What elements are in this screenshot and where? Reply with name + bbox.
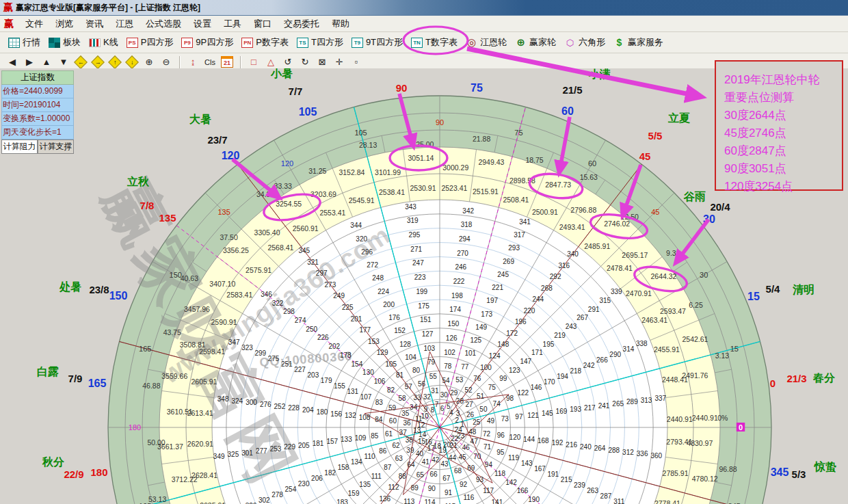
toolbar-button-K线[interactable]: K线 — [85, 35, 122, 50]
index-name: 上证指数 — [1, 70, 74, 85]
outer-price-label: 3457.96 — [184, 305, 210, 313]
menu-item-资讯[interactable]: 资讯 — [79, 16, 109, 31]
svg-text:197: 197 — [486, 297, 498, 304]
menu-item-设置[interactable]: 设置 — [187, 16, 217, 31]
rotate-cw-button[interactable]: ↻ — [297, 55, 313, 69]
svg-text:59: 59 — [388, 404, 397, 412]
toolbar-button-六角形[interactable]: ⬡六角形 — [560, 35, 609, 50]
inner-price-label: 2440.91 — [667, 415, 693, 423]
svg-text:166: 166 — [517, 487, 529, 494]
svg-text:311: 311 — [613, 498, 624, 504]
solar-term-label: 处暑 — [59, 280, 81, 293]
menu-item-窗口[interactable]: 窗口 — [248, 16, 278, 31]
zoom-out-button[interactable]: ⊖ — [158, 55, 174, 69]
select-region-button[interactable]: ⊠ — [314, 55, 330, 69]
percent-label: 96.88 — [719, 465, 737, 473]
svg-text:295: 295 — [409, 231, 421, 239]
toolbar-button-P数字表[interactable]: PNP数字表 — [237, 35, 293, 50]
shift-left-button[interactable]: ← — [72, 55, 89, 69]
toolbar-button-9T四方形[interactable]: T99T四方形 — [347, 35, 407, 50]
toolbar-button-赢家轮[interactable]: ⊕赢家轮 — [511, 35, 560, 50]
toolbar-button-江恩轮[interactable]: ◎江恩轮 — [462, 35, 511, 50]
main-toolbar: 行情板块K线PSP四方形P99P四方形PNP数字表TST四方形T99T四方形TN… — [0, 32, 848, 53]
svg-text:101: 101 — [464, 349, 476, 357]
svg-text:2: 2 — [455, 416, 460, 424]
svg-text:181: 181 — [313, 440, 324, 447]
toolbar-button-T四方形[interactable]: TST四方形 — [293, 35, 347, 50]
svg-text:96: 96 — [497, 432, 505, 439]
scale-axis-button[interactable]: ↨ — [185, 55, 201, 69]
svg-text:195: 195 — [543, 341, 555, 348]
degree-outer-label: 0 — [770, 377, 776, 389]
svg-text:125: 125 — [470, 336, 481, 344]
expand-tool-button[interactable]: ✛ — [331, 55, 347, 69]
nav-forward-button[interactable]: ▶ — [21, 55, 38, 69]
cls-button[interactable]: Cls — [202, 55, 218, 69]
zoom-in-button[interactable]: ⊕ — [141, 55, 157, 69]
nav-down-button[interactable]: ▼ — [55, 55, 72, 69]
menu-item-帮助[interactable]: 帮助 — [326, 16, 356, 31]
button-计算支撑[interactable]: 计算支撑 — [38, 140, 74, 154]
shift-down-button[interactable]: ↓ — [124, 55, 140, 69]
svg-text:102: 102 — [444, 349, 455, 356]
menu-item-浏览[interactable]: 浏览 — [49, 16, 79, 31]
svg-text:196: 196 — [515, 318, 527, 326]
toolbar-button-9P四方形[interactable]: P99P四方形 — [177, 35, 237, 50]
inner-price-label: 2463.41 — [641, 316, 667, 324]
toolbar-button-T数字表[interactable]: TNT数字表 — [407, 35, 462, 50]
percent-label: 12.50 — [621, 213, 639, 221]
solar-term-label: 大暑 — [189, 114, 211, 125]
svg-text:253: 253 — [270, 445, 282, 453]
toolbar-button-行情[interactable]: 行情 — [4, 35, 44, 50]
app-logo-icon: 赢 — [3, 1, 13, 14]
outer-price-label: 4780.12 — [692, 475, 718, 483]
menu-item-公式选股[interactable]: 公式选股 — [140, 16, 187, 31]
shift-right-button[interactable]: → — [90, 55, 106, 69]
index-info-rows: 价格=2440.9099时间=20190104变换系数=1.00000周天变化步… — [1, 85, 74, 140]
toolbar-button-赢家服务[interactable]: $赢家服务 — [609, 35, 667, 50]
svg-text:50: 50 — [479, 406, 488, 413]
menu-item-江恩[interactable]: 江恩 — [109, 16, 140, 31]
svg-text:205: 205 — [298, 442, 310, 449]
degree-outer-label: 165 — [88, 377, 107, 389]
rect-tool-button[interactable]: □ — [246, 55, 262, 69]
pointer-tool-button[interactable]: ▫ — [348, 55, 365, 69]
date-label: 5/3 — [792, 468, 806, 480]
svg-text:175: 175 — [418, 302, 429, 310]
nav-back-button[interactable]: ◀ — [4, 55, 21, 69]
svg-text:200: 200 — [383, 301, 395, 308]
date-label: 23/8 — [89, 284, 109, 295]
svg-text:226: 226 — [317, 334, 329, 341]
svg-text:340: 340 — [567, 250, 579, 258]
inner-price-label: 2538.41 — [379, 188, 405, 196]
svg-text:32: 32 — [423, 393, 432, 401]
svg-text:154: 154 — [352, 360, 363, 368]
svg-text:312: 312 — [622, 449, 634, 456]
svg-text:122: 122 — [517, 389, 529, 397]
svg-text:109: 109 — [355, 434, 367, 442]
svg-text:173: 173 — [481, 310, 492, 318]
triangle-tool-button[interactable]: △ — [263, 55, 279, 69]
rotate-ccw-button[interactable]: ↺ — [280, 55, 296, 69]
svg-text:53: 53 — [455, 376, 464, 384]
menu-item-交易委托[interactable]: 交易委托 — [278, 16, 326, 31]
toolbar-separator — [179, 56, 181, 68]
p-table-icon: PN — [241, 38, 253, 48]
calendar-button[interactable]: 21 — [219, 55, 235, 69]
toolbar-button-P四方形[interactable]: PSP四方形 — [122, 35, 178, 50]
shift-up-button[interactable]: ↑ — [107, 55, 123, 69]
nav-up-button[interactable]: ▲ — [38, 55, 55, 69]
svg-text:239: 239 — [574, 481, 585, 489]
toolbar-button-板块[interactable]: 板块 — [44, 35, 85, 50]
svg-text:117: 117 — [483, 487, 494, 494]
p-square-icon: PS — [127, 38, 138, 48]
gann-wheel-chart-area[interactable]: 赢家财富网www.yingjia360.comQQ:10080036012345… — [0, 68, 848, 504]
svg-text:108: 108 — [359, 414, 371, 421]
button-计算阻力[interactable]: 计算阻力 — [1, 140, 38, 154]
menu-item-文件[interactable]: 文件 — [19, 16, 49, 31]
menu-item-工具[interactable]: 工具 — [217, 16, 248, 31]
svg-text:146: 146 — [531, 384, 542, 391]
degree-outer-label: 45 — [639, 150, 651, 162]
title-bar: 赢 赢家江恩专业版[赢家服务平台] - [上证指数 江恩轮] — [0, 0, 848, 16]
svg-text:92: 92 — [460, 481, 468, 488]
